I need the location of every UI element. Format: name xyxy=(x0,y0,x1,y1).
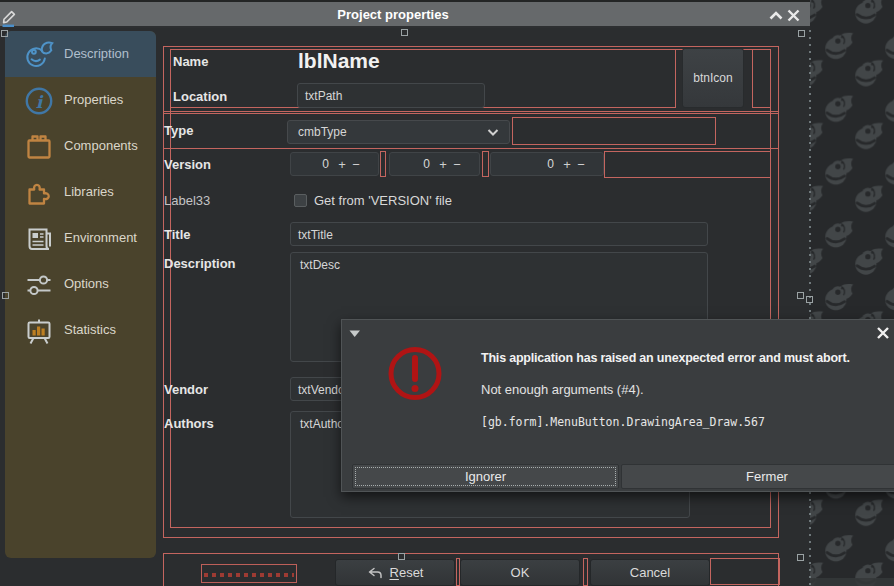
ide-background-pattern xyxy=(810,0,894,586)
puzzle-piece-icon xyxy=(24,178,54,208)
sidebar-item-environment[interactable]: Environment xyxy=(5,215,156,261)
designer-outline-gap2 xyxy=(482,151,489,177)
error-exclamation-icon xyxy=(385,344,445,404)
selection-handle[interactable] xyxy=(401,29,408,36)
sidebar-item-libraries[interactable]: Libraries xyxy=(5,169,156,215)
svg-text:i: i xyxy=(36,92,44,112)
ok-button[interactable]: OK xyxy=(460,559,580,586)
location-label: Location xyxy=(173,89,227,104)
vendor-label: Vendor xyxy=(164,382,208,397)
form-edge-grid-dots xyxy=(809,30,811,586)
sidebar-item-label: Components xyxy=(64,138,138,153)
selection-handle[interactable] xyxy=(1,30,8,37)
version-file-checkbox[interactable] xyxy=(294,194,307,207)
window-title: Project properties xyxy=(0,7,786,22)
fermer-button-label: Fermer xyxy=(746,469,788,484)
undo-arrow-icon xyxy=(367,567,383,579)
designer-outline-spring2 xyxy=(512,117,716,145)
title-input[interactable]: txtTitle xyxy=(290,222,708,246)
selection-handle[interactable] xyxy=(806,296,813,303)
ok-button-label: OK xyxy=(511,565,530,580)
sidebar-item-label: Properties xyxy=(64,92,123,107)
project-properties-window: Project properties Description i xyxy=(0,0,810,586)
background-bottom-strip xyxy=(810,578,894,586)
cancel-button-label: Cancel xyxy=(630,565,670,580)
fermer-button[interactable]: Fermer xyxy=(621,464,894,489)
name-value-label: lblName xyxy=(298,49,380,73)
designer-spring-dotted xyxy=(201,564,297,583)
selection-handle[interactable] xyxy=(398,553,405,560)
error-message: This application has raised an unexpecte… xyxy=(481,351,850,365)
spin-increment[interactable]: + xyxy=(436,157,450,172)
version-release-spinbox[interactable]: 0 + − xyxy=(490,152,604,176)
location-input[interactable]: txtPath xyxy=(297,83,485,108)
ignore-button-label: Ignorer xyxy=(465,469,506,484)
designer-line xyxy=(163,111,779,112)
error-detail: Not enough arguments (#4). xyxy=(481,382,644,397)
sidebar-item-options[interactable]: Options xyxy=(5,261,156,307)
error-location: [gb.form].MenuButton.DrawingArea_Draw.56… xyxy=(481,415,765,429)
label33: Label33 xyxy=(164,193,210,208)
type-combobox[interactable]: cmbType xyxy=(287,120,510,144)
spin-value: 0 xyxy=(390,157,430,171)
spin-decrement[interactable]: − xyxy=(349,157,363,172)
spin-decrement[interactable]: − xyxy=(450,157,464,172)
reset-button[interactable]: Reset xyxy=(335,559,455,586)
spin-increment[interactable]: + xyxy=(560,157,574,172)
description-label: Description xyxy=(164,256,236,271)
spring-dots-row xyxy=(204,573,294,577)
spin-value: 0 xyxy=(491,157,554,171)
component-crate-icon xyxy=(24,132,54,162)
sidebar-item-description[interactable]: Description xyxy=(5,31,156,77)
chart-easel-icon xyxy=(24,316,54,346)
window-titlebar[interactable]: Project properties xyxy=(0,0,810,28)
version-major-spinbox[interactable]: 0 + − xyxy=(290,152,379,176)
sidebar-item-label: Statistics xyxy=(64,322,116,337)
close-window-button[interactable] xyxy=(786,8,801,23)
selection-handle[interactable] xyxy=(798,30,805,37)
name-label: Name xyxy=(173,54,208,69)
sidebar-item-label: Environment xyxy=(64,230,137,245)
shade-window-button[interactable] xyxy=(768,9,784,23)
designer-line xyxy=(163,148,779,149)
title-label: Title xyxy=(164,227,191,242)
designer-outline-spring3 xyxy=(604,151,771,178)
spin-increment[interactable]: + xyxy=(335,157,349,172)
icon-button[interactable]: btnIcon xyxy=(682,48,744,108)
sidebar-item-properties[interactable]: i Properties xyxy=(5,77,156,123)
version-file-checkbox-label: Get from 'VERSION' file xyxy=(314,193,452,208)
ignore-button[interactable]: Ignorer xyxy=(352,464,619,489)
sidebar-item-label: Libraries xyxy=(64,184,114,199)
error-dialog: This application has raised an unexpecte… xyxy=(341,319,894,492)
selection-handle[interactable] xyxy=(797,554,804,561)
selection-handle[interactable] xyxy=(2,292,9,299)
version-label: Version xyxy=(164,157,211,172)
designer-outline-spring1 xyxy=(752,49,771,108)
reset-button-label: Reset xyxy=(390,565,424,580)
spin-decrement[interactable]: − xyxy=(574,157,588,172)
chevron-down-icon xyxy=(487,128,499,137)
type-label: Type xyxy=(164,123,193,138)
authors-label: Authors xyxy=(164,416,214,431)
sidebar-item-components[interactable]: Components xyxy=(5,123,156,169)
dialog-close-icon[interactable] xyxy=(876,326,890,340)
gambas-bird-icon xyxy=(24,40,54,70)
spin-value: 0 xyxy=(291,157,329,171)
type-combobox-value: cmbType xyxy=(298,125,347,139)
designer-outline-spring4 xyxy=(710,558,780,585)
info-circle-icon: i xyxy=(24,86,54,116)
sidebar: Description i Properties Components Libr… xyxy=(5,31,156,558)
sidebar-item-label: Description xyxy=(64,46,129,61)
designer-outline-gap1 xyxy=(380,151,386,177)
newspaper-icon xyxy=(24,224,54,254)
selection-handle[interactable] xyxy=(797,292,804,299)
sidebar-item-statistics[interactable]: Statistics xyxy=(5,307,156,353)
gambas-mascot-pattern xyxy=(810,0,894,586)
sidebar-item-label: Options xyxy=(64,276,109,291)
cancel-button[interactable]: Cancel xyxy=(590,559,710,586)
sliders-icon xyxy=(24,270,54,300)
designer-outline-gap4 xyxy=(583,558,588,586)
designer-line xyxy=(163,113,779,114)
dropdown-triangle-icon[interactable] xyxy=(349,330,361,338)
version-minor-spinbox[interactable]: 0 + − xyxy=(389,152,480,176)
